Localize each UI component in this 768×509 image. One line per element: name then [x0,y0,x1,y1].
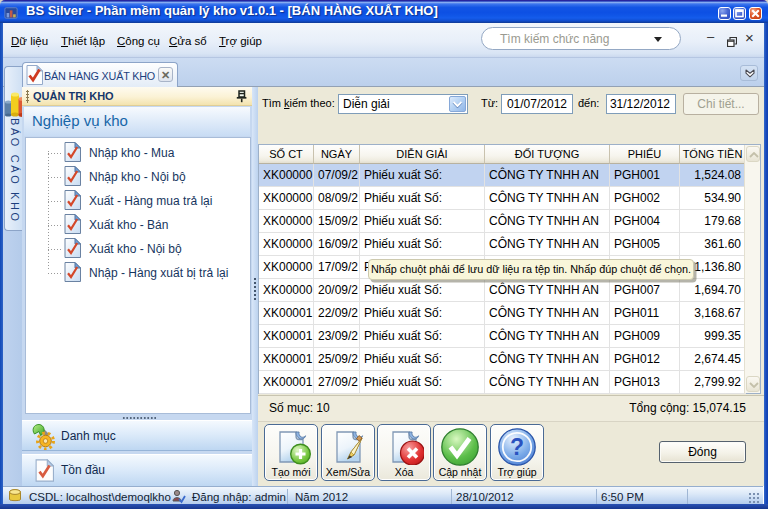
svg-text:?: ? [510,434,524,460]
